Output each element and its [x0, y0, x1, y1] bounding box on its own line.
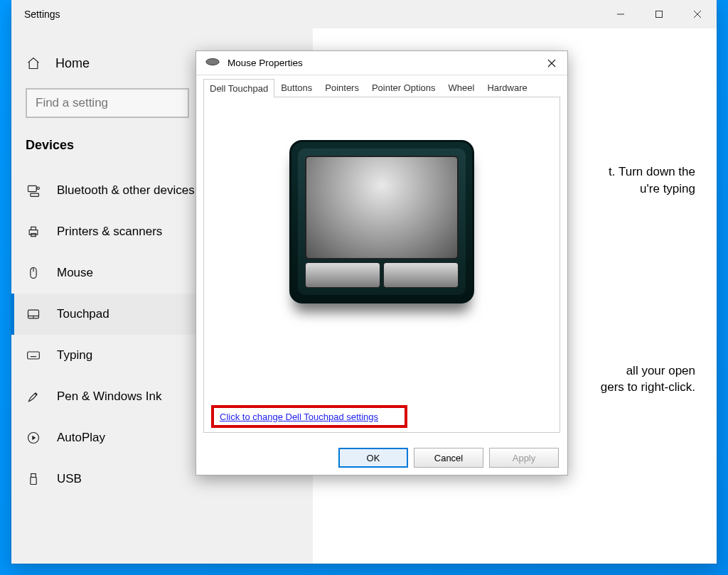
nav-label: Printers & scanners: [57, 225, 162, 239]
tab-hardware[interactable]: Hardware: [481, 78, 533, 97]
mouse-icon: [26, 265, 41, 281]
nav-label: Typing: [57, 348, 92, 362]
tab-pointers[interactable]: Pointers: [318, 78, 365, 97]
settings-titlebar: Settings: [11, 0, 717, 28]
mouse-dialog-icon: [205, 57, 220, 69]
tab-dell-touchpad[interactable]: Dell Touchpad: [203, 79, 274, 97]
svg-marker-22: [32, 436, 36, 441]
home-icon: [26, 55, 41, 71]
settings-title: Settings: [24, 9, 60, 20]
change-touchpad-settings-link[interactable]: Click to change Dell Touchpad settings: [220, 412, 378, 422]
mouse-properties-dialog: Mouse Properties Dell Touchpad Buttons P…: [196, 50, 568, 475]
svg-rect-4: [28, 186, 37, 191]
nav-label: USB: [57, 472, 82, 486]
nav-label: AutoPlay: [57, 431, 105, 445]
printer-icon: [26, 224, 41, 240]
bluetooth-icon: [26, 183, 41, 198]
pen-icon: [26, 389, 41, 404]
tab-buttons[interactable]: Buttons: [274, 78, 318, 97]
close-button[interactable]: [678, 0, 717, 28]
touchpad-image: [289, 140, 474, 303]
svg-rect-15: [28, 352, 40, 359]
nav-label: Bluetooth & other devices: [57, 183, 195, 198]
svg-rect-1: [656, 11, 663, 18]
tab-pointer-options[interactable]: Pointer Options: [365, 78, 442, 97]
search-input[interactable]: [26, 88, 189, 118]
partial-text: all your open: [626, 364, 695, 377]
dialog-titlebar[interactable]: Mouse Properties: [196, 51, 567, 75]
apply-button[interactable]: Apply: [489, 448, 559, 468]
svg-rect-7: [29, 230, 38, 235]
cancel-button[interactable]: Cancel: [414, 448, 483, 468]
svg-rect-8: [31, 227, 36, 230]
usb-icon: [26, 471, 41, 487]
svg-rect-24: [31, 478, 36, 485]
partial-text: gers to right-click.: [601, 380, 695, 394]
svg-rect-23: [31, 474, 36, 478]
svg-point-6: [37, 187, 39, 189]
svg-point-25: [206, 58, 219, 65]
maximize-button[interactable]: [640, 0, 678, 28]
partial-text: u're typing: [640, 182, 695, 195]
highlight-box: Click to change Dell Touchpad settings: [211, 405, 407, 428]
partial-text: t. Turn down the: [609, 165, 695, 178]
nav-label: Touchpad: [57, 307, 109, 321]
dialog-button-row: OK Cancel Apply: [196, 441, 567, 475]
minimize-button[interactable]: [601, 0, 640, 28]
keyboard-icon: [26, 348, 41, 363]
dialog-close-button[interactable]: [536, 51, 567, 75]
svg-rect-5: [31, 193, 39, 196]
dialog-title: Mouse Properties: [228, 58, 303, 68]
autoplay-icon: [26, 430, 41, 446]
ok-button[interactable]: OK: [338, 448, 408, 468]
nav-label: Pen & Windows Ink: [57, 389, 161, 404]
nav-label: Mouse: [57, 266, 93, 280]
touchpad-icon: [26, 306, 41, 322]
home-label: Home: [55, 56, 90, 71]
dialog-tabstrip: Dell Touchpad Buttons Pointers Pointer O…: [203, 78, 560, 97]
tab-wheel[interactable]: Wheel: [442, 78, 481, 97]
dialog-tabpane: Click to change Dell Touchpad settings: [203, 97, 560, 433]
